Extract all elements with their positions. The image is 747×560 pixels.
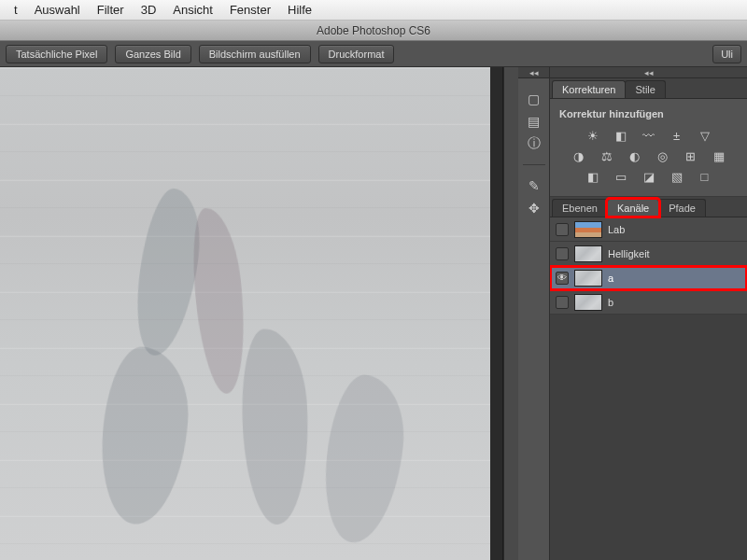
canvas-area [0, 67, 503, 560]
options-button[interactable]: Tatsächliche Pixel [6, 45, 107, 63]
mac-menubar: tAuswahlFilter3DAnsichtFensterHilfe [0, 0, 747, 21]
clone-icon[interactable]: ✥ [523, 197, 545, 219]
bw-icon[interactable]: ◐ [626, 148, 644, 163]
mac-menu-item[interactable]: Filter [89, 3, 133, 17]
options-bar: Tatsächliche PixelGanzes BildBildschirm … [0, 41, 747, 67]
channel-thumbnail [574, 270, 602, 287]
separator [523, 164, 545, 165]
photofilter-icon[interactable]: ◎ [654, 148, 672, 163]
channel-label: a [608, 273, 613, 284]
mac-menu-item[interactable]: Ansicht [164, 3, 221, 17]
adjustments-panel-tabs: KorrekturenStile [550, 78, 747, 99]
channel-thumbnail [574, 294, 602, 311]
selcolor-icon[interactable]: □ [696, 169, 714, 184]
channel-row[interactable]: Helligkeit [550, 242, 747, 266]
vibrance-icon[interactable]: ▽ [696, 128, 714, 143]
mac-menu-item[interactable]: t [6, 3, 26, 17]
channel-label: b [608, 297, 613, 308]
user-label: Uli [721, 49, 733, 60]
channel-thumbnail [574, 221, 602, 238]
channel-row[interactable]: b [550, 290, 747, 315]
gradientmap-icon[interactable]: ▧ [668, 169, 686, 184]
visibility-toggle[interactable] [556, 247, 569, 260]
colorlookup-icon[interactable]: ▦ [710, 148, 728, 163]
curves-icon[interactable]: 〰 [640, 128, 658, 143]
adjustments-panel-body: Korrektur hinzufügen ☀◧〰±▽ ◑⚖◐◎⊞▦ ◧▭◪▧□ [550, 99, 747, 196]
brightness-icon[interactable]: ☀ [584, 128, 602, 143]
tab-kanäle[interactable]: Kanäle [607, 199, 659, 217]
panel-icon-strip: ◂◂ ▢▤ⓘ ✎✥ [518, 67, 550, 560]
channels-panel-tabs: EbenenKanälePfade [550, 197, 747, 217]
invert-icon[interactable]: ◧ [584, 169, 602, 184]
workspace: ◂◂ ▢▤ⓘ ✎✥ ◂◂ KorrekturenStile Korrektur … [0, 67, 747, 560]
channels-list: LabHelligkeitab [550, 217, 747, 315]
app-title-bar: Adobe Photoshop CS6 [0, 21, 747, 41]
user-button[interactable]: Uli [712, 45, 741, 63]
tab-ebenen[interactable]: Ebenen [552, 199, 608, 217]
channel-label: Lab [608, 224, 625, 235]
panels-stack: ◂◂ KorrekturenStile Korrektur hinzufügen… [550, 67, 747, 560]
tab-pfade[interactable]: Pfade [658, 199, 706, 217]
histogram-icon[interactable]: ▢ [523, 88, 545, 110]
swatches-icon[interactable]: ▤ [523, 110, 545, 133]
posterize-icon[interactable]: ▭ [612, 169, 630, 184]
mac-menu-item[interactable]: Hilfe [279, 3, 320, 17]
empty-panel-area [550, 315, 747, 560]
visibility-toggle[interactable] [556, 272, 569, 285]
brush-icon[interactable]: ✎ [523, 175, 545, 197]
info-icon[interactable]: ⓘ [523, 133, 545, 155]
panel-strip-collapse-handle[interactable]: ◂◂ [518, 67, 549, 78]
exposure-icon[interactable]: ± [668, 128, 686, 143]
visibility-toggle[interactable] [556, 296, 569, 309]
right-panels-column: ◂◂ ▢▤ⓘ ✎✥ ◂◂ KorrekturenStile Korrektur … [518, 67, 747, 560]
colorbalance-icon[interactable]: ⚖ [598, 148, 616, 163]
app-title: Adobe Photoshop CS6 [317, 24, 430, 37]
options-button[interactable]: Ganzes Bild [115, 45, 190, 63]
panels-collapse-handle[interactable]: ◂◂ [550, 67, 747, 78]
adjustments-subhead: Korrektur hinzufügen [557, 105, 740, 125]
visibility-toggle[interactable] [556, 223, 569, 236]
channel-row[interactable]: Lab [550, 217, 747, 242]
tab-korrekturen[interactable]: Korrekturen [552, 80, 626, 98]
mac-menu-item[interactable]: Auswahl [26, 3, 89, 17]
channel-label: Helligkeit [608, 248, 650, 259]
mac-menu-item[interactable]: 3D [133, 3, 165, 17]
options-button[interactable]: Druckformat [318, 45, 395, 63]
threshold-icon[interactable]: ◪ [640, 169, 658, 184]
canvas-vertical-scrollbar[interactable] [503, 67, 518, 560]
channel-row[interactable]: a [550, 266, 747, 290]
channel-thumbnail [574, 245, 602, 262]
tab-stile[interactable]: Stile [625, 80, 665, 98]
channelmixer-icon[interactable]: ⊞ [682, 148, 700, 163]
levels-icon[interactable]: ◧ [612, 128, 630, 143]
mac-menu-item[interactable]: Fenster [221, 3, 279, 17]
huesat-icon[interactable]: ◑ [570, 148, 588, 163]
options-button[interactable]: Bildschirm ausfüllen [199, 45, 311, 63]
document-canvas[interactable] [0, 67, 490, 560]
